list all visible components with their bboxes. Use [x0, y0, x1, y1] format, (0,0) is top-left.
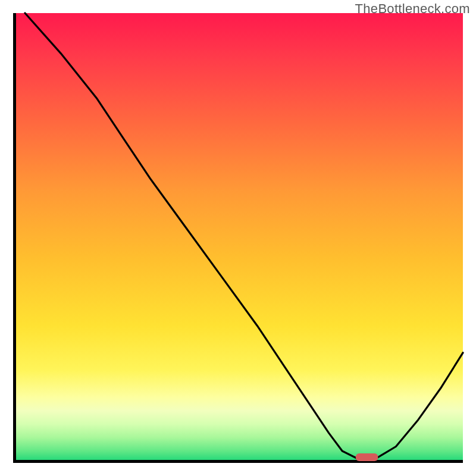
bottleneck-curve-line [25, 13, 463, 460]
chart-svg [16, 13, 463, 460]
optimal-point-marker [356, 453, 378, 461]
plot-area [13, 13, 463, 463]
